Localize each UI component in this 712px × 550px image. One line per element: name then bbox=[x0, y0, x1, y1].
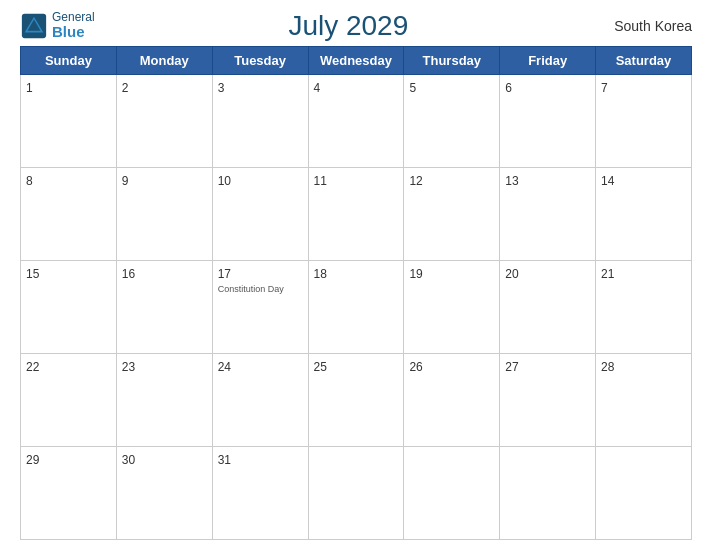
day-number: 2 bbox=[122, 81, 129, 95]
day-number: 3 bbox=[218, 81, 225, 95]
day-number: 18 bbox=[314, 267, 327, 281]
calendar-day-cell: 8 bbox=[21, 168, 117, 261]
day-number: 5 bbox=[409, 81, 416, 95]
calendar-day-cell: 14 bbox=[596, 168, 692, 261]
col-sunday: Sunday bbox=[21, 47, 117, 75]
calendar-day-cell: 11 bbox=[308, 168, 404, 261]
day-number: 24 bbox=[218, 360, 231, 374]
day-number: 15 bbox=[26, 267, 39, 281]
calendar-day-cell: 26 bbox=[404, 354, 500, 447]
day-number: 14 bbox=[601, 174, 614, 188]
day-number: 8 bbox=[26, 174, 33, 188]
calendar-day-cell bbox=[308, 447, 404, 540]
day-number: 17 bbox=[218, 267, 231, 281]
calendar-day-cell: 4 bbox=[308, 75, 404, 168]
day-number: 6 bbox=[505, 81, 512, 95]
calendar-table: Sunday Monday Tuesday Wednesday Thursday… bbox=[20, 46, 692, 540]
day-number: 11 bbox=[314, 174, 327, 188]
day-number: 23 bbox=[122, 360, 135, 374]
day-number: 1 bbox=[26, 81, 33, 95]
day-number: 20 bbox=[505, 267, 518, 281]
calendar-day-cell: 29 bbox=[21, 447, 117, 540]
day-number: 9 bbox=[122, 174, 129, 188]
calendar-day-cell: 22 bbox=[21, 354, 117, 447]
calendar-day-cell bbox=[500, 447, 596, 540]
calendar-day-cell: 5 bbox=[404, 75, 500, 168]
week-row-3: 151617Constitution Day18192021 bbox=[21, 261, 692, 354]
calendar-day-cell: 20 bbox=[500, 261, 596, 354]
day-number: 7 bbox=[601, 81, 608, 95]
calendar-day-cell: 27 bbox=[500, 354, 596, 447]
week-row-1: 1234567 bbox=[21, 75, 692, 168]
col-friday: Friday bbox=[500, 47, 596, 75]
col-wednesday: Wednesday bbox=[308, 47, 404, 75]
calendar-day-cell: 9 bbox=[116, 168, 212, 261]
calendar-day-cell: 25 bbox=[308, 354, 404, 447]
col-thursday: Thursday bbox=[404, 47, 500, 75]
calendar-day-cell: 18 bbox=[308, 261, 404, 354]
day-number: 26 bbox=[409, 360, 422, 374]
day-number: 19 bbox=[409, 267, 422, 281]
calendar-day-cell: 21 bbox=[596, 261, 692, 354]
calendar-day-cell: 28 bbox=[596, 354, 692, 447]
calendar-day-cell: 12 bbox=[404, 168, 500, 261]
day-number: 4 bbox=[314, 81, 321, 95]
generalblue-logo-icon bbox=[20, 12, 48, 40]
calendar-day-cell: 7 bbox=[596, 75, 692, 168]
days-of-week-row: Sunday Monday Tuesday Wednesday Thursday… bbox=[21, 47, 692, 75]
calendar-title: July 2029 bbox=[95, 10, 602, 42]
calendar-day-cell: 15 bbox=[21, 261, 117, 354]
logo: General Blue bbox=[20, 11, 95, 41]
day-number: 30 bbox=[122, 453, 135, 467]
calendar-day-cell: 23 bbox=[116, 354, 212, 447]
col-tuesday: Tuesday bbox=[212, 47, 308, 75]
calendar-day-cell: 16 bbox=[116, 261, 212, 354]
calendar-day-cell: 31 bbox=[212, 447, 308, 540]
calendar-day-cell: 10 bbox=[212, 168, 308, 261]
day-number: 28 bbox=[601, 360, 614, 374]
logo-text: General Blue bbox=[52, 11, 95, 41]
week-row-5: 293031 bbox=[21, 447, 692, 540]
col-saturday: Saturday bbox=[596, 47, 692, 75]
holiday-label: Constitution Day bbox=[218, 284, 303, 294]
calendar-day-cell: 2 bbox=[116, 75, 212, 168]
day-number: 21 bbox=[601, 267, 614, 281]
day-number: 27 bbox=[505, 360, 518, 374]
week-row-4: 22232425262728 bbox=[21, 354, 692, 447]
calendar-day-cell: 24 bbox=[212, 354, 308, 447]
week-row-2: 891011121314 bbox=[21, 168, 692, 261]
col-monday: Monday bbox=[116, 47, 212, 75]
calendar-day-cell: 3 bbox=[212, 75, 308, 168]
day-number: 31 bbox=[218, 453, 231, 467]
day-number: 29 bbox=[26, 453, 39, 467]
country-label: South Korea bbox=[602, 18, 692, 34]
day-number: 13 bbox=[505, 174, 518, 188]
calendar-header: General Blue July 2029 South Korea bbox=[20, 10, 692, 42]
calendar-day-cell: 30 bbox=[116, 447, 212, 540]
day-number: 22 bbox=[26, 360, 39, 374]
calendar-day-cell: 13 bbox=[500, 168, 596, 261]
day-number: 12 bbox=[409, 174, 422, 188]
calendar-day-cell bbox=[404, 447, 500, 540]
calendar-day-cell bbox=[596, 447, 692, 540]
calendar-day-cell: 1 bbox=[21, 75, 117, 168]
calendar-day-cell: 19 bbox=[404, 261, 500, 354]
day-number: 16 bbox=[122, 267, 135, 281]
calendar-day-cell: 17Constitution Day bbox=[212, 261, 308, 354]
calendar-day-cell: 6 bbox=[500, 75, 596, 168]
day-number: 10 bbox=[218, 174, 231, 188]
day-number: 25 bbox=[314, 360, 327, 374]
